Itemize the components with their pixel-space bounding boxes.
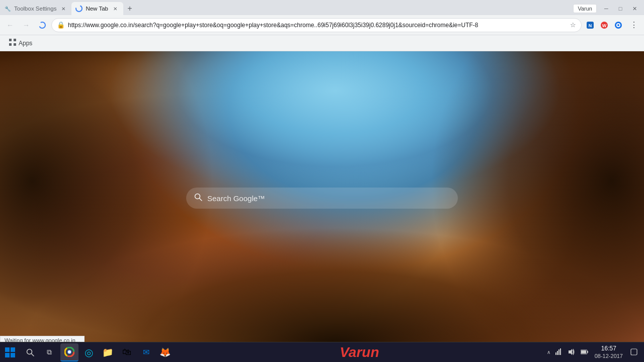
svg-line-14 [200, 199, 202, 201]
svg-point-0 [76, 6, 82, 12]
svg-rect-29 [587, 351, 588, 353]
taskbar-search-button[interactable] [20, 343, 40, 361]
svg-line-16 [32, 353, 34, 356]
reload-button[interactable] [35, 18, 49, 32]
taskbar-mail-icon[interactable]: ✉ [137, 343, 155, 361]
newtab-favicon [75, 5, 83, 12]
taskbar-taskview-button[interactable]: ⧉ [40, 343, 58, 361]
ext-icon-2[interactable]: W [598, 19, 611, 32]
system-clock[interactable]: 16:57 08-12-2017 [593, 345, 625, 360]
minimize-button[interactable]: ─ [600, 4, 613, 13]
toolbox-tab-title: Toolbox Settings [14, 6, 56, 12]
toolbox-favicon: 🔧 [4, 5, 11, 12]
tab-bar: 🔧 Toolbox Settings ✕ New Tab ✕ + [0, 0, 573, 15]
clock-time: 16:57 [601, 345, 616, 353]
extension-icons: N W [584, 19, 625, 32]
apps-button[interactable]: Apps [5, 37, 36, 49]
tray-network-icon[interactable] [553, 347, 564, 357]
taskbar: ⧉ ◎ 📁 🛍 ✉ 🦊 Varun ∧ [0, 342, 644, 362]
svg-point-8 [617, 24, 619, 26]
titlebar: 🔧 Toolbox Settings ✕ New Tab ✕ + Varun ─… [0, 0, 644, 15]
profile-button[interactable]: Varun [573, 4, 597, 13]
url-text[interactable]: https://www.google.co.in/search?q=google… [68, 22, 567, 29]
ext-icon-3[interactable] [612, 19, 625, 32]
search-icon [194, 193, 202, 203]
tray-battery-icon[interactable] [580, 347, 590, 357]
svg-rect-9 [9, 39, 12, 41]
toolbox-tab-close[interactable]: ✕ [59, 5, 67, 13]
tab-toolbox[interactable]: 🔧 Toolbox Settings ✕ [0, 2, 71, 15]
address-bar[interactable]: 🔒 https://www.google.co.in/search?q=goog… [51, 18, 582, 32]
svg-point-1 [39, 22, 45, 28]
svg-text:N: N [589, 23, 592, 28]
start-button[interactable] [0, 342, 20, 363]
apps-grid-icon [9, 39, 16, 47]
varun-label: Varun [340, 344, 379, 360]
svg-rect-10 [9, 43, 12, 46]
taskbar-tray: ∧ 16:57 08-12-2 [543, 345, 644, 360]
tray-overflow-button[interactable]: ∧ [547, 349, 550, 355]
svg-text:W: W [602, 23, 607, 28]
svg-point-21 [68, 350, 71, 353]
svg-rect-11 [14, 39, 16, 41]
back-button[interactable]: ← [3, 18, 17, 32]
svg-rect-25 [560, 348, 561, 355]
bookmarks-bar: Apps [0, 35, 644, 51]
search-box[interactable]: Search Google™ [186, 188, 458, 209]
close-button[interactable]: ✕ [628, 4, 641, 13]
window-controls: Varun ─ □ ✕ [573, 4, 644, 15]
maximize-button[interactable]: □ [614, 4, 627, 13]
svg-rect-30 [631, 349, 637, 355]
windows-logo-icon [5, 347, 15, 357]
bookmark-star-icon[interactable]: ☆ [570, 21, 576, 29]
svg-rect-22 [555, 352, 556, 355]
forward-button[interactable]: → [19, 18, 33, 32]
lock-icon: 🔒 [57, 21, 65, 29]
search-placeholder-text: Search Google™ [207, 194, 265, 203]
svg-rect-23 [557, 351, 558, 355]
chrome-menu-button[interactable]: ⋮ [627, 18, 641, 32]
taskbar-firefox-icon[interactable]: 🦊 [156, 343, 174, 361]
svg-rect-24 [558, 349, 559, 355]
taskbar-chrome-icon[interactable] [60, 343, 78, 361]
clock-date: 08-12-2017 [595, 352, 623, 359]
newtab-tab-title: New Tab [86, 6, 108, 12]
svg-marker-26 [569, 349, 572, 355]
tray-volume-icon[interactable] [567, 347, 577, 357]
svg-rect-12 [14, 43, 16, 46]
taskbar-app-icons: ◎ 📁 🛍 ✉ 🦊 [58, 343, 176, 361]
new-tab-button[interactable]: + [123, 4, 136, 14]
taskbar-cortana-icon[interactable]: ◎ [79, 343, 98, 361]
content-area: Search Google™ [0, 51, 644, 345]
apps-label: Apps [19, 40, 32, 47]
taskbar-store-icon[interactable]: 🛍 [118, 343, 136, 361]
search-container: Search Google™ [186, 188, 458, 209]
tab-newtab[interactable]: New Tab ✕ [71, 2, 123, 15]
ext-icon-1[interactable]: N [584, 19, 597, 32]
notification-button[interactable] [628, 346, 640, 358]
taskbar-explorer-icon[interactable]: 📁 [99, 343, 117, 361]
svg-rect-28 [581, 350, 586, 353]
chrome-toolbar: ← → 🔒 https://www.google.co.in/search?q=… [0, 15, 644, 35]
newtab-tab-close[interactable]: ✕ [111, 5, 119, 13]
taskbar-center: Varun [176, 344, 543, 360]
